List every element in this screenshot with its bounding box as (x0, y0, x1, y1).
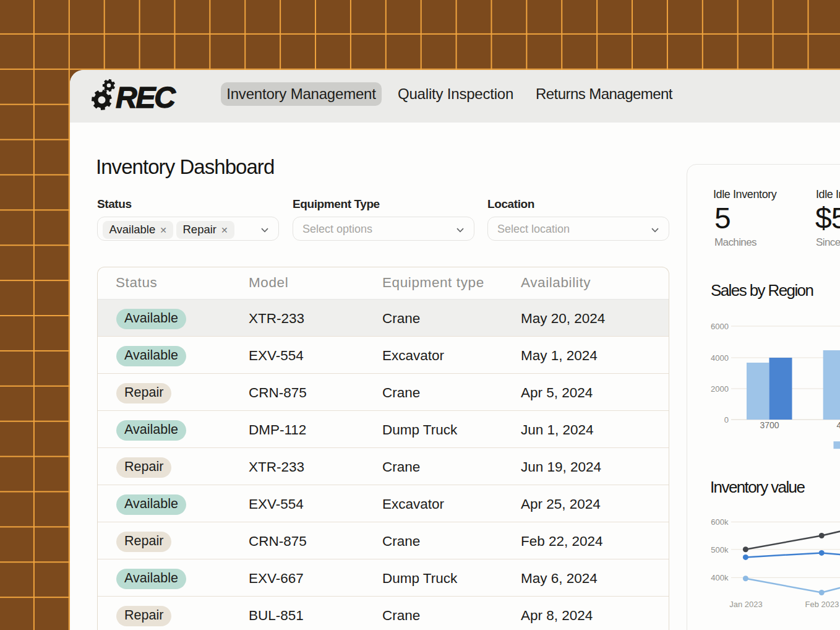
svg-text:0: 0 (724, 415, 729, 425)
svg-text:4450: 4450 (836, 420, 840, 430)
svg-text:2000: 2000 (711, 384, 729, 394)
svg-text:4000: 4000 (711, 353, 729, 363)
svg-text:400k: 400k (711, 573, 729, 582)
svg-text:6000: 6000 (711, 322, 729, 331)
svg-text:500k: 500k (711, 545, 729, 554)
svg-text:Feb 2023: Feb 2023 (805, 600, 839, 609)
svg-text:3700: 3700 (760, 420, 779, 430)
svg-text:600k: 600k (711, 517, 729, 527)
svg-text:Jan 2023: Jan 2023 (729, 600, 763, 609)
